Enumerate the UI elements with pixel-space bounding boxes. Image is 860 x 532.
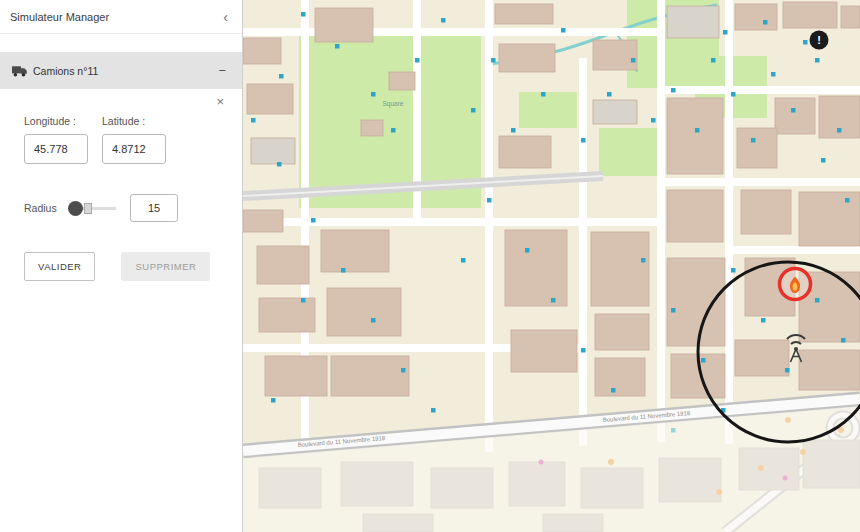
fire-marker[interactable] [780,269,811,300]
coordinates-row: Longitude : Latitude : [24,115,226,164]
close-button[interactable]: × [216,95,224,108]
park-label: Square [383,100,404,108]
latitude-input[interactable] [102,134,166,164]
chevron-left-icon: ‹ [223,9,228,25]
radius-slider[interactable] [70,201,116,215]
map-container[interactable]: Square Boulevard du 11 Novembre 1918 Bou… [243,0,860,532]
longitude-field: Longitude : [24,115,88,164]
longitude-label: Longitude : [24,115,88,127]
sidebar: Simulateur Manager ‹ Camions n°11 − × Lo… [0,0,243,532]
truck-panel-title: Camions n°11 [33,65,98,77]
radius-input[interactable] [130,194,178,222]
radius-label: Radius [24,202,66,214]
close-icon: × [216,94,224,109]
slider-handle[interactable] [84,203,92,214]
collapse-sidebar-button[interactable]: ‹ [223,10,228,24]
slider-knob[interactable] [68,201,83,216]
latitude-field: Latitude : [102,115,166,164]
actions-row: VALIDER SUPPRIMER [24,252,226,281]
radius-row: Radius [24,194,226,222]
minus-icon: − [218,63,226,78]
app-window: Simulateur Manager ‹ Camions n°11 − × Lo… [0,0,860,532]
alert-marker[interactable]: ! [810,31,829,50]
valider-button[interactable]: VALIDER [24,252,95,281]
map-canvas[interactable]: Square Boulevard du 11 Novembre 1918 Bou… [243,0,860,532]
app-title: Simulateur Manager [10,11,109,23]
truck-icon [12,65,28,77]
truck-form: × Longitude : Latitude : Radius [0,89,242,281]
alert-badge-label: ! [817,34,821,46]
latitude-label: Latitude : [102,115,166,127]
sidebar-header: Simulateur Manager ‹ [0,0,242,34]
truck-panel-header[interactable]: Camions n°11 − [0,52,242,89]
supprimer-button[interactable]: SUPPRIMER [121,252,210,281]
longitude-input[interactable] [24,134,88,164]
minimize-button[interactable]: − [218,64,226,77]
